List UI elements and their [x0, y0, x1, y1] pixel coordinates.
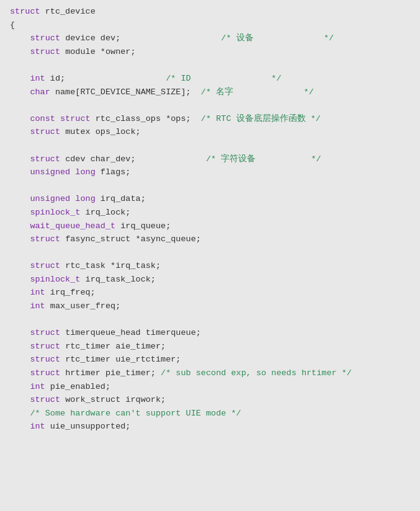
code-line: struct cdev char_dev; /* 字符设备 */	[0, 153, 420, 166]
code-line: struct hrtimer pie_timer; /* sub second …	[0, 367, 420, 380]
code-keyword: const	[30, 114, 60, 123]
code-comment: /* ID */	[65, 74, 281, 83]
code-keyword: struct	[30, 47, 65, 56]
code-text: uie_unsupported;	[50, 422, 131, 431]
code-comment: /* 字符设备 */	[136, 154, 321, 164]
code-keyword: struct	[30, 328, 65, 337]
code-line: struct fasync_struct *async_queue;	[0, 233, 420, 246]
code-keyword: struct	[30, 355, 65, 364]
code-comment: /* Some hardware can't support UIE mode …	[30, 409, 241, 418]
code-keyword: wait_queue_head_t	[30, 221, 120, 231]
code-line: struct mutex ops_lock;	[0, 125, 420, 139]
code-text: rtc_task *irq_task;	[65, 261, 161, 270]
code-keyword: int	[30, 74, 50, 83]
code-line: int uie_unsupported;	[0, 420, 420, 433]
code-line: spinlock_t irq_task_lock;	[0, 273, 420, 287]
code-text: irq_lock;	[86, 208, 131, 217]
code-line: struct timerqueue_head timerqueue;	[0, 326, 420, 340]
code-keyword: struct	[10, 7, 45, 16]
code-text: module *owner;	[65, 47, 135, 56]
code-empty-line	[0, 313, 420, 327]
code-comment: /* RTC 设备底层操作函数 */	[191, 114, 321, 123]
code-line: int pie_enabled;	[0, 380, 420, 394]
code-line: const struct rtc_class_ops *ops; /* RTC …	[0, 112, 420, 126]
code-line: char name[RTC_DEVICE_NAME_SIZE]; /* 名字 *…	[0, 86, 420, 99]
code-line: int max_user_freq;	[0, 300, 420, 313]
code-line: spinlock_t irq_lock;	[0, 206, 420, 220]
code-line: struct work_struct irqwork;	[0, 393, 420, 407]
code-empty-line	[0, 58, 420, 72]
code-text: pie_enabled;	[50, 382, 110, 391]
code-keyword: long	[75, 194, 101, 203]
code-text: fasync_struct *async_queue;	[65, 234, 201, 244]
code-text: device dev;	[65, 33, 120, 43]
code-empty-line	[0, 246, 420, 260]
code-keyword: struct	[30, 261, 65, 270]
code-line: struct rtc_device	[0, 5, 420, 19]
code-empty-line	[0, 139, 420, 153]
code-line: unsigned long irq_data;	[0, 192, 420, 206]
code-text: {	[10, 20, 15, 30]
code-text: name[RTC_DEVICE_NAME_SIZE];	[55, 87, 191, 97]
code-keyword: int	[30, 288, 50, 297]
code-text: rtc_timer uie_rtctimer;	[65, 355, 181, 364]
code-keyword: spinlock_t	[30, 208, 85, 217]
code-keyword: struct	[30, 127, 65, 136]
code-line: int id; /* ID */	[0, 72, 420, 86]
code-empty-line	[0, 99, 420, 112]
code-text: irq_task_lock;	[86, 275, 156, 284]
code-keyword: char	[30, 87, 55, 97]
code-text: flags;	[101, 167, 131, 177]
code-keyword: int	[30, 422, 50, 431]
code-line: struct device dev; /* 设备 */	[0, 32, 420, 45]
code-comment: /* 名字 */	[191, 87, 314, 97]
code-keyword: long	[75, 167, 101, 177]
code-text: max_user_freq;	[50, 301, 120, 311]
code-text: rtc_class_ops *ops;	[96, 114, 191, 123]
code-text: rtc_timer aie_timer;	[65, 342, 166, 351]
code-container: struct rtc_device{ struct device dev; /*…	[0, 0, 420, 511]
code-line: unsigned long flags;	[0, 166, 420, 179]
code-text: irq_data;	[101, 194, 146, 203]
code-keyword: int	[30, 301, 50, 311]
code-keyword: unsigned	[30, 167, 75, 177]
code-keyword: int	[30, 382, 50, 391]
code-text: work_struct irqwork;	[65, 395, 166, 404]
code-keyword: struct	[30, 368, 65, 378]
code-keyword: struct	[30, 154, 65, 164]
code-text: irq_freq;	[50, 288, 96, 297]
code-keyword: spinlock_t	[30, 275, 85, 284]
code-keyword: unsigned	[30, 194, 75, 203]
code-line: struct rtc_timer aie_timer;	[0, 340, 420, 353]
code-line: struct rtc_task *irq_task;	[0, 259, 420, 273]
code-text: id;	[50, 74, 65, 83]
code-text: rtc_device	[45, 7, 96, 16]
code-comment: /* 设备 */	[120, 33, 334, 43]
code-text: hrtimer pie_timer;	[65, 368, 156, 378]
code-keyword: struct	[30, 234, 65, 244]
code-line: struct rtc_timer uie_rtctimer;	[0, 353, 420, 367]
code-keyword: struct	[30, 395, 65, 404]
code-keyword: struct	[30, 342, 65, 351]
code-comment: /* sub second exp, so needs hrtimer */	[156, 368, 352, 378]
code-keyword: struct	[60, 114, 96, 123]
code-text: cdev char_dev;	[65, 154, 135, 164]
code-text: irq_queue;	[120, 221, 171, 231]
code-line: /* Some hardware can't support UIE mode …	[0, 407, 420, 420]
code-keyword: struct	[30, 33, 65, 43]
code-text: mutex ops_lock;	[65, 127, 141, 136]
code-line: struct module *owner;	[0, 45, 420, 59]
code-line: int irq_freq;	[0, 286, 420, 300]
code-line: {	[0, 19, 420, 32]
code-empty-line	[0, 179, 420, 193]
code-line: wait_queue_head_t irq_queue;	[0, 220, 420, 233]
code-text: timerqueue_head timerqueue;	[65, 328, 201, 337]
